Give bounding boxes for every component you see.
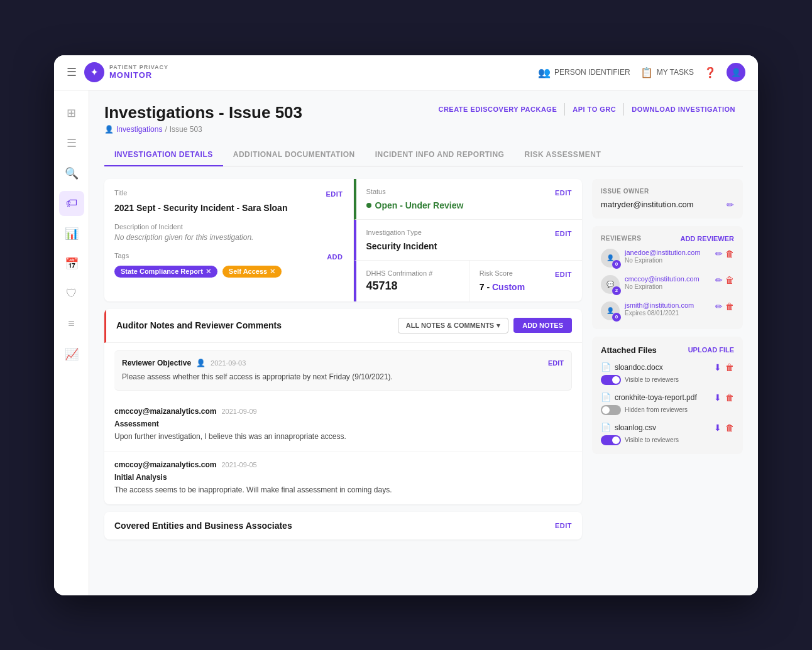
title-label: Title: [114, 189, 127, 197]
toggle-row-2: Hidden from reviewers: [601, 405, 734, 415]
download-investigation-btn[interactable]: DOWNLOAD INVESTIGATION: [624, 103, 743, 116]
file-download-3[interactable]: ⬇: [714, 423, 721, 433]
covered-edit-btn[interactable]: EDIT: [555, 522, 572, 529]
logo-bottom: MONITOR: [109, 71, 168, 80]
chevron-down-icon: ▾: [497, 322, 500, 330]
reviewer-email-2: cmccoy@institution.com: [625, 275, 710, 283]
file-item-2: 📄 cronkhite-toya-report.pdf ⬇ 🗑: [601, 393, 734, 415]
risk-block: Risk Score EDIT 7 - Custom: [469, 261, 582, 301]
tab-investigation-details[interactable]: INVESTIGATION DETAILS: [104, 144, 223, 166]
risk-edit-btn[interactable]: EDIT: [555, 271, 572, 278]
reviewers-card: REVIEWERS ADD REVIEWER 👤 0 janedoe@insti…: [592, 226, 743, 329]
breadcrumb-icon: 👤: [104, 125, 114, 134]
inv-type-label: Investigation Type: [366, 229, 422, 236]
note-subtype-3: Initial Analysis: [114, 473, 572, 482]
tab-risk-assessment[interactable]: RISK ASSESSMENT: [514, 144, 611, 166]
risk-value: 7 - Custom: [480, 282, 572, 292]
reviewer-edit-3[interactable]: ✏: [715, 301, 723, 311]
file-delete-1[interactable]: 🗑: [725, 362, 734, 372]
reviewer-item-3: 👤 0 jsmith@institution.com Expires 08/01…: [601, 301, 734, 320]
note-item-initial: cmccoy@maizanalytics.com 2021-09-05 Init…: [104, 452, 582, 504]
tag-remove-self[interactable]: ✕: [270, 268, 275, 276]
reviewers-label: REVIEWERS: [601, 235, 642, 242]
file-toggle-label-2: Hidden from reviewers: [625, 406, 688, 413]
note-meta-1: Reviewer Objective 👤 2021-09-03 EDIT: [122, 359, 564, 367]
reviewer-obj-icon: 👤: [196, 359, 206, 367]
file-actions-3: ⬇ 🗑: [714, 423, 734, 433]
sidebar-item-grid[interactable]: ⊞: [59, 100, 84, 126]
reviewer-delete-3[interactable]: 🗑: [725, 301, 734, 311]
add-reviewer-btn[interactable]: ADD REVIEWER: [680, 235, 734, 242]
reviewer-email-1: janedoe@institution.com: [625, 249, 710, 256]
reviewer-item-1: 👤 0 janedoe@institution.com No Expiratio…: [601, 249, 734, 268]
file-row-3: 📄 sloanlog.csv ⬇ 🗑: [601, 423, 734, 433]
note-body-3: The access seems to be inappropriate. Wi…: [114, 484, 572, 496]
notes-title: Auditor Notes and Reviewer Comments: [116, 320, 282, 330]
file-toggle-label-1: Visible to reviewers: [625, 376, 679, 383]
my-tasks-btn[interactable]: 📋 MY TASKS: [640, 67, 694, 79]
info-card: Title EDIT 2021 Sept - Security Incident…: [104, 179, 582, 301]
reviewer-delete-2[interactable]: 🗑: [725, 275, 734, 285]
tags-label: Tags: [114, 252, 129, 259]
all-notes-btn[interactable]: ALL NOTES & COMMENTS ▾: [398, 318, 508, 333]
status-edit-btn[interactable]: EDIT: [555, 189, 572, 197]
add-notes-btn[interactable]: ADD NOTES: [513, 318, 572, 333]
tags-add-btn[interactable]: ADD: [327, 253, 343, 261]
file-delete-3[interactable]: 🗑: [725, 423, 734, 433]
breadcrumb-link[interactable]: Investigations: [116, 125, 162, 134]
sidebar-item-search[interactable]: 🔍: [59, 161, 84, 186]
covered-section: Covered Entities and Business Associates…: [104, 512, 582, 539]
reviewer-edit-2[interactable]: ✏: [715, 275, 723, 285]
inv-type-edit-btn[interactable]: EDIT: [555, 230, 572, 237]
tab-incident-info[interactable]: INCIDENT INFO AND REPORTING: [365, 144, 515, 166]
tabs: INVESTIGATION DETAILS ADDITIONAL DOCUMEN…: [104, 144, 743, 166]
upload-file-btn[interactable]: UPLOAD FILE: [688, 346, 734, 354]
reviewer-avatar-2: 💬 2: [601, 275, 620, 294]
page-title: Investigations - Issue 503: [104, 103, 302, 122]
reviewer-expiry-1: No Expiration: [625, 257, 710, 264]
file-download-2[interactable]: ⬇: [714, 393, 721, 403]
tag-state-compliance[interactable]: State Compliance Report ✕: [114, 266, 217, 278]
tag-self-access[interactable]: Self Access ✕: [222, 266, 282, 278]
file-delete-2[interactable]: 🗑: [725, 393, 734, 403]
file-toggle-1[interactable]: [601, 375, 621, 385]
sidebar-item-chart[interactable]: 📊: [59, 221, 84, 246]
owner-edit-btn[interactable]: ✏: [727, 200, 734, 210]
help-icon[interactable]: ❓: [704, 67, 716, 79]
tab-additional-documentation[interactable]: ADDITIONAL DOCUMENTATION: [223, 144, 365, 166]
tag-remove-state[interactable]: ✕: [206, 268, 211, 276]
sidebar-item-lines[interactable]: ≡: [59, 311, 84, 337]
sidebar-item-tag[interactable]: 🏷: [59, 191, 84, 216]
covered-title: Covered Entities and Business Associates: [114, 521, 292, 531]
person-identifier-btn[interactable]: 👥 PERSON IDENTIFIER: [538, 67, 630, 79]
sidebar-item-shield[interactable]: 🛡: [59, 281, 84, 306]
content-panels: Title EDIT 2021 Sept - Security Incident…: [104, 179, 743, 539]
reviewer-expiry-2: No Expiration: [625, 283, 710, 290]
file-toggle-2[interactable]: [601, 405, 621, 415]
api-grc-btn[interactable]: API TO GRC: [565, 103, 624, 116]
note-body-1: Please assess whether this self access i…: [122, 371, 564, 382]
note-meta-3: cmccoy@maizanalytics.com 2021-09-05: [114, 460, 572, 469]
file-toggle-label-3: Visible to reviewers: [625, 436, 679, 443]
sidebar-item-list[interactable]: ☰: [59, 131, 84, 156]
user-avatar[interactable]: 👤: [727, 63, 745, 82]
file-download-1[interactable]: ⬇: [714, 362, 721, 372]
file-name-2: 📄 cronkhite-toya-report.pdf: [601, 393, 697, 402]
sidebar-item-analytics[interactable]: 📈: [59, 342, 84, 367]
title-edit-btn[interactable]: EDIT: [326, 190, 343, 198]
reviewer-edit-1[interactable]: ✏: [715, 249, 723, 259]
toggle-row-3: Visible to reviewers: [601, 435, 734, 445]
reviewer-delete-1[interactable]: 🗑: [725, 249, 734, 259]
reviewer-actions-1: ✏ 🗑: [715, 249, 734, 259]
status-dot: [366, 203, 371, 208]
hamburger-icon[interactable]: ☰: [67, 65, 77, 79]
inv-type-block: Investigation Type EDIT Security Inciden…: [354, 220, 583, 261]
sidebar-item-calendar[interactable]: 📅: [59, 251, 84, 276]
reviewer-expiry-3: Expires 08/01/2021: [625, 310, 710, 317]
create-ediscovery-btn[interactable]: CREATE EDISCOVERY PACKAGE: [431, 103, 565, 116]
note-edit-btn-1[interactable]: EDIT: [548, 359, 564, 367]
reviewer-badge-2: 2: [612, 286, 621, 295]
top-actions: 👥 PERSON IDENTIFIER 📋 MY TASKS ❓ 👤: [538, 63, 745, 82]
file-toggle-3[interactable]: [601, 435, 621, 445]
note-body-2: Upon further investigation, I believe th…: [114, 431, 572, 442]
